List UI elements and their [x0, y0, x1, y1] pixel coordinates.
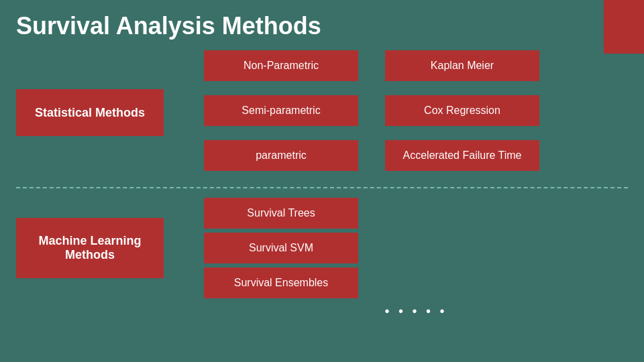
main-content: Non-Parametric Kaplan Meier Statistical …: [0, 47, 644, 319]
dots-indicator: • • • • •: [204, 304, 628, 319]
survival-trees-button[interactable]: Survival Trees: [204, 198, 358, 229]
semiparametric-row: Statistical Methods Semi-parametric Cox …: [16, 89, 628, 136]
page-title: Survival Analysis Methods: [0, 0, 644, 47]
accent-block: [604, 0, 644, 54]
statistical-methods-label: Statistical Methods: [16, 89, 164, 136]
parametric-button[interactable]: parametric: [204, 140, 358, 171]
survival-svm-button[interactable]: Survival SVM: [204, 233, 358, 263]
aft-button[interactable]: Accelerated Failure Time: [385, 140, 539, 171]
cox-regression-button[interactable]: Cox Regression: [385, 95, 539, 126]
nonparametric-row: Non-Parametric Kaplan Meier: [16, 50, 628, 85]
nonparametric-button[interactable]: Non-Parametric: [204, 50, 358, 81]
survival-ensembles-button[interactable]: Survival Ensembles: [204, 267, 358, 298]
ml-buttons-area: Survival Trees Survival SVM Survival Ens…: [204, 198, 358, 298]
semiparametric-button[interactable]: Semi-parametric: [204, 95, 358, 126]
ml-section: Machine Learning Methods Survival Trees …: [16, 198, 628, 298]
kaplan-meier-button[interactable]: Kaplan Meier: [385, 50, 539, 81]
ml-methods-label: Machine Learning Methods: [16, 218, 164, 278]
parametric-row: parametric Accelerated Failure Time: [16, 140, 628, 175]
section-divider: [16, 187, 628, 188]
